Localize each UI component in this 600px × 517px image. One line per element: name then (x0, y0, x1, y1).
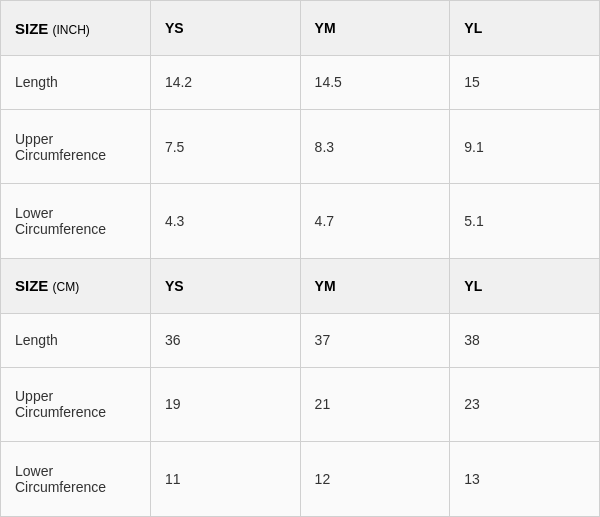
cm-lower-circ-label: Lower Circumference (1, 442, 151, 517)
cm-header-row: SIZE (CM) YS YM YL (1, 258, 600, 313)
cm-lower-circ-ys: 11 (150, 442, 300, 517)
inch-lower-circ-row: Lower Circumference 4.3 4.7 5.1 (1, 184, 600, 259)
inch-length-ys: 14.2 (150, 56, 300, 110)
cm-length-row: Length 36 37 38 (1, 313, 600, 367)
inch-upper-circ-row: Upper Circumference 7.5 8.3 9.1 (1, 109, 600, 184)
inch-length-yl: 15 (450, 56, 600, 110)
cm-lower-circ-yl: 13 (450, 442, 600, 517)
inch-upper-circ-label: Upper Circumference (1, 109, 151, 184)
inch-lower-circ-label: Lower Circumference (1, 184, 151, 259)
cm-size-header: SIZE (CM) (1, 258, 151, 313)
cm-ys-header: YS (150, 258, 300, 313)
cm-upper-circ-ys: 19 (150, 367, 300, 442)
cm-size-label: SIZE (15, 277, 48, 294)
cm-length-ym: 37 (300, 313, 450, 367)
inch-header-row: SIZE (INCH) YS YM YL (1, 1, 600, 56)
cm-upper-circ-label: Upper Circumference (1, 367, 151, 442)
cm-upper-circ-row: Upper Circumference 19 21 23 (1, 367, 600, 442)
cm-yl-header: YL (450, 258, 600, 313)
inch-ys-header: YS (150, 1, 300, 56)
inch-length-row: Length 14.2 14.5 15 (1, 56, 600, 110)
cm-upper-circ-ym: 21 (300, 367, 450, 442)
inch-size-header: SIZE (INCH) (1, 1, 151, 56)
inch-length-ym: 14.5 (300, 56, 450, 110)
cm-lower-circ-ym: 12 (300, 442, 450, 517)
cm-length-yl: 38 (450, 313, 600, 367)
inch-lower-circ-ym: 4.7 (300, 184, 450, 259)
inch-size-label: SIZE (15, 20, 48, 37)
cm-length-label: Length (1, 313, 151, 367)
cm-size-unit: (CM) (53, 280, 80, 294)
cm-upper-circ-yl: 23 (450, 367, 600, 442)
inch-ym-header: YM (300, 1, 450, 56)
inch-lower-circ-ys: 4.3 (150, 184, 300, 259)
cm-ym-header: YM (300, 258, 450, 313)
inch-lower-circ-yl: 5.1 (450, 184, 600, 259)
cm-lower-circ-row: Lower Circumference 11 12 13 (1, 442, 600, 517)
cm-length-ys: 36 (150, 313, 300, 367)
inch-upper-circ-ys: 7.5 (150, 109, 300, 184)
inch-length-label: Length (1, 56, 151, 110)
inch-yl-header: YL (450, 1, 600, 56)
inch-size-unit: (INCH) (53, 23, 90, 37)
inch-upper-circ-yl: 9.1 (450, 109, 600, 184)
inch-upper-circ-ym: 8.3 (300, 109, 450, 184)
